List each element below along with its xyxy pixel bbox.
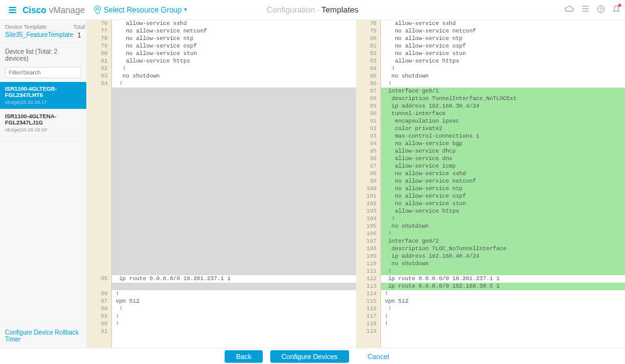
line-number: 82 xyxy=(356,50,380,58)
line-number: 87 xyxy=(87,298,111,305)
code-line: ! xyxy=(381,80,625,88)
line-number: 81 xyxy=(87,58,111,65)
code-line: ! xyxy=(381,305,625,313)
line-number xyxy=(87,110,111,118)
line-number: 108 xyxy=(356,245,380,253)
line-number: 97 xyxy=(356,163,380,170)
code-line: ! xyxy=(381,290,625,298)
line-number: 116 xyxy=(356,305,380,313)
line-number xyxy=(87,133,111,140)
line-number: 78 xyxy=(87,35,111,43)
code-line xyxy=(112,170,356,178)
code-line: ! xyxy=(112,320,356,328)
code-line: ip address 192.168.40.4/24 xyxy=(381,253,625,260)
code-line: allow-service https xyxy=(381,58,625,65)
code-line: no allow-service netconf xyxy=(381,178,625,185)
code-line: description TunnelInterface_NoTLOCExt xyxy=(381,95,625,103)
line-number: 98 xyxy=(356,170,380,178)
code-line: vpn 512 xyxy=(112,298,356,305)
configure-devices-button[interactable]: Configure Devices xyxy=(270,350,349,363)
code-line: ip route 0.0.0.0/0 10.201.237.1 1 xyxy=(381,275,625,283)
resource-group-dropdown[interactable]: Select Resource Group ▼ xyxy=(94,6,188,14)
line-number: 100 xyxy=(356,185,380,193)
code-line: allow-service dhcp xyxy=(381,148,625,155)
code-line: allow-service https xyxy=(112,58,356,65)
search-input[interactable] xyxy=(5,67,81,78)
line-number xyxy=(87,185,111,193)
code-line: no shutdown xyxy=(112,73,356,80)
code-line: ! xyxy=(381,313,625,320)
device-sub: vEdge|10.10.10.17 xyxy=(5,99,81,105)
device-sub: vEdge|10.10.10.19 xyxy=(5,127,81,133)
footer-bar: Back Configure Devices Cancel xyxy=(0,348,625,364)
cloud-icon[interactable] xyxy=(564,5,574,14)
rollback-timer-link[interactable]: Configure Device Rollback Timer xyxy=(5,329,81,343)
line-number: 113 xyxy=(356,283,380,290)
line-number: 86 xyxy=(356,80,380,88)
code-line: ! xyxy=(381,320,625,328)
line-number xyxy=(87,208,111,215)
line-number: 84 xyxy=(87,80,111,88)
line-number xyxy=(87,238,111,245)
menu-icon[interactable] xyxy=(5,4,20,16)
line-number: 91 xyxy=(356,118,380,125)
code-line xyxy=(112,110,356,118)
line-number xyxy=(87,170,111,178)
line-number xyxy=(87,268,111,275)
code-line xyxy=(112,140,356,148)
code-line: ip route 0.0.0.0/0 192.168.30.5 1 xyxy=(381,283,625,290)
help-icon[interactable]: ? xyxy=(597,5,605,15)
device-template-value[interactable]: Site35_FeatureTemplate xyxy=(5,31,73,38)
line-number: 79 xyxy=(356,28,380,35)
code-line: interface ge0/2 xyxy=(381,238,625,245)
code-line xyxy=(112,260,356,268)
code-line xyxy=(112,118,356,125)
line-number xyxy=(87,230,111,238)
code-line xyxy=(112,208,356,215)
line-number: 101 xyxy=(356,193,380,200)
code-line: no allow-service ntp xyxy=(381,185,625,193)
sidebar-device-item[interactable]: ISR1100-4GLTEGB-FGL2347LHT6vEdge|10.10.1… xyxy=(0,82,86,109)
code-line xyxy=(112,155,356,163)
line-number: 103 xyxy=(356,208,380,215)
gutter-right: 7879808182838485868788899091929394959697… xyxy=(356,20,381,348)
code-line: description TLOC_NoTunnelInterface xyxy=(381,245,625,253)
line-number: 89 xyxy=(356,103,380,110)
line-number xyxy=(87,103,111,110)
header-actions: ? xyxy=(564,5,620,15)
code-line: ip route 0.0.0.0/0 10.201.237.1 1 xyxy=(112,275,356,283)
code-line: vpn 512 xyxy=(381,298,625,305)
back-button[interactable]: Back xyxy=(225,350,262,363)
sidebar: Device Template Site35_FeatureTemplate T… xyxy=(0,20,87,348)
code-line: no allow-service ospf xyxy=(381,43,625,50)
line-number: 89 xyxy=(87,313,111,320)
code-line xyxy=(112,95,356,103)
svg-text:?: ? xyxy=(599,6,602,13)
line-number xyxy=(87,245,111,253)
line-number: 99 xyxy=(356,178,380,185)
code-line: no allow-service ntp xyxy=(112,35,356,43)
line-number: 81 xyxy=(356,43,380,50)
line-number: 88 xyxy=(356,95,380,103)
line-number: 112 xyxy=(356,275,380,283)
tasks-icon[interactable] xyxy=(582,5,589,14)
line-number: 80 xyxy=(356,35,380,43)
line-number: 90 xyxy=(356,110,380,118)
bell-icon[interactable] xyxy=(612,5,620,15)
sidebar-device-item[interactable]: ISR1100-4GLTENA-FGL2347LJ1GvEdge|10.10.1… xyxy=(0,109,86,137)
code-line xyxy=(112,163,356,170)
line-number: 95 xyxy=(356,148,380,155)
code-line: no allow-service stun xyxy=(381,200,625,208)
device-list-label: Device list (Total: 2 devices) xyxy=(0,43,86,67)
line-number: 85 xyxy=(87,275,111,283)
total-value: 1 xyxy=(73,31,85,39)
breadcrumb-prefix: Configuration · xyxy=(267,5,322,14)
notification-dot xyxy=(618,4,621,7)
code-line: ! xyxy=(112,313,356,320)
code-right[interactable]: allow-service sshd no allow-service netc… xyxy=(381,20,625,348)
code-line xyxy=(112,185,356,193)
code-left[interactable]: allow-service sshd no allow-service netc… xyxy=(112,20,356,348)
code-line: no allow-service stun xyxy=(112,50,356,58)
line-number: 83 xyxy=(87,73,111,80)
cancel-button[interactable]: Cancel xyxy=(357,350,400,363)
